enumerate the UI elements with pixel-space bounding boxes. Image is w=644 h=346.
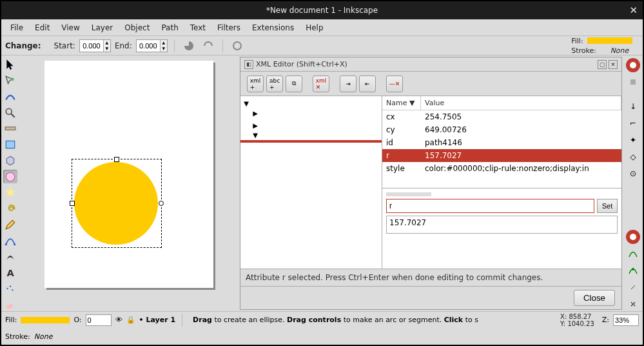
- down-icon[interactable]: ▼: [160, 46, 167, 52]
- handle-top[interactable]: [114, 157, 119, 162]
- attr-value-input[interactable]: [386, 216, 618, 234]
- up-icon[interactable]: ▲: [103, 40, 110, 46]
- iconify-button[interactable]: ▢: [598, 60, 607, 69]
- splitter[interactable]: [386, 192, 431, 196]
- arc-slice-button[interactable]: [181, 38, 197, 54]
- menu-text[interactable]: Text: [185, 21, 211, 35]
- xml-title: XML Editor (Shift+Ctrl+X): [256, 60, 347, 68]
- dock-icon[interactable]: [626, 230, 640, 244]
- attr-row[interactable]: stylecolor:#000000;clip-rule:nonzero;dis…: [382, 162, 621, 175]
- zoom-tool[interactable]: [3, 106, 17, 119]
- down-icon[interactable]: ▼: [103, 46, 110, 52]
- handle-right[interactable]: [159, 201, 164, 206]
- tweak-tool[interactable]: [3, 90, 17, 104]
- lock-icon[interactable]: 🔒: [126, 316, 135, 324]
- start-spinner[interactable]: ▲▼: [79, 39, 111, 52]
- svg-point-16: [630, 234, 636, 240]
- snap-intersect-icon[interactable]: ⤫: [626, 297, 640, 311]
- attr-row[interactable]: cy649.00726: [382, 123, 621, 136]
- svg-rect-13: [6, 303, 13, 309]
- close-icon[interactable]: ✕: [629, 5, 638, 16]
- calligraphy-tool[interactable]: [3, 250, 17, 263]
- menu-edit[interactable]: Edit: [30, 21, 55, 35]
- attr-name-input[interactable]: [386, 199, 594, 213]
- svg-point-1: [11, 78, 14, 81]
- zoom-input[interactable]: [613, 314, 639, 326]
- attr-row[interactable]: cx254.7505: [382, 110, 621, 123]
- sb-stroke-value[interactable]: None: [34, 332, 53, 341]
- menu-layer[interactable]: Layer: [86, 21, 118, 35]
- snap-icon[interactable]: ◇: [626, 150, 640, 164]
- measure-tool[interactable]: [3, 122, 17, 136]
- outdent-node-button[interactable]: ⇤: [359, 76, 376, 92]
- snap-path-icon[interactable]: [626, 247, 640, 261]
- menu-path[interactable]: Path: [156, 21, 183, 35]
- rect-tool[interactable]: [3, 138, 17, 152]
- canvas[interactable]: [19, 56, 239, 311]
- menu-object[interactable]: Object: [119, 21, 155, 35]
- selector-tool[interactable]: [3, 58, 17, 72]
- attr-row[interactable]: r157.7027: [382, 149, 621, 162]
- star-tool[interactable]: [3, 186, 17, 199]
- menu-view[interactable]: View: [56, 21, 84, 35]
- sb-fill-swatch[interactable]: [21, 317, 70, 323]
- arc-open-button[interactable]: [200, 38, 216, 54]
- bezier-tool[interactable]: [3, 234, 17, 247]
- snap-cusp-icon[interactable]: ⟋: [626, 280, 640, 294]
- col-value[interactable]: Value: [421, 96, 621, 110]
- ellipse-tool[interactable]: [3, 170, 17, 183]
- xml-tree-node[interactable]: ▶: [240, 108, 382, 118]
- svg-point-11: [10, 285, 11, 287]
- whole-ellipse-button[interactable]: [229, 38, 245, 54]
- stroke-label: Stroke:: [571, 46, 596, 55]
- stroke-value[interactable]: None: [600, 46, 639, 55]
- end-spinner[interactable]: ▲▼: [136, 39, 168, 52]
- layer-selector[interactable]: • Layer 1: [139, 316, 176, 324]
- menu-extensions[interactable]: Extensions: [247, 21, 299, 35]
- z-label: Z:: [602, 316, 609, 324]
- set-button[interactable]: Set: [597, 199, 618, 213]
- eraser-tool[interactable]: [3, 298, 17, 311]
- attr-list[interactable]: cx254.7505cy649.00726idpath4146r157.7027…: [382, 110, 621, 188]
- indent-node-button[interactable]: ⇥: [340, 76, 356, 92]
- pencil-tool[interactable]: [3, 218, 17, 232]
- new-element-node-button[interactable]: xml+: [247, 76, 264, 92]
- menu-file[interactable]: File: [5, 21, 28, 35]
- new-text-node-button[interactable]: abc+: [266, 76, 283, 92]
- delete-attr-button[interactable]: —✕: [386, 76, 403, 92]
- fill-swatch[interactable]: [587, 37, 632, 44]
- col-name[interactable]: Name ▼: [382, 96, 421, 110]
- box3d-tool[interactable]: [3, 154, 17, 168]
- opacity-input[interactable]: [86, 314, 112, 326]
- snap-icon[interactable]: ✦: [626, 133, 640, 147]
- delete-node-button[interactable]: xml✕: [313, 76, 329, 92]
- start-input[interactable]: [80, 40, 103, 52]
- snap-icon[interactable]: ↓: [626, 99, 640, 114]
- snap-icon[interactable]: ⊙: [626, 167, 640, 181]
- xml-tree[interactable]: ▼▶▶▼: [240, 96, 382, 269]
- node-tool[interactable]: [3, 74, 17, 88]
- menu-filters[interactable]: Filters: [212, 21, 246, 35]
- duplicate-node-button[interactable]: ⧉: [286, 76, 302, 92]
- eye-icon[interactable]: 👁: [115, 316, 122, 324]
- xml-tree-node[interactable]: ▼: [240, 99, 382, 108]
- xml-tree-node[interactable]: ▶: [240, 121, 382, 130]
- menu-help[interactable]: Help: [300, 21, 328, 35]
- xml-tree-node[interactable]: [240, 140, 382, 143]
- up-icon[interactable]: ▲: [160, 40, 167, 46]
- attr-header[interactable]: Name ▼ Value: [382, 96, 621, 110]
- svg-rect-5: [6, 141, 15, 148]
- snap-icon[interactable]: ⌐: [626, 116, 640, 130]
- spiral-tool[interactable]: [3, 202, 17, 216]
- xml-tree-node[interactable]: ▼: [240, 130, 382, 140]
- text-tool[interactable]: A: [3, 266, 17, 280]
- dock-icon[interactable]: [626, 75, 640, 89]
- close-panel-button[interactable]: ✕: [609, 60, 618, 69]
- close-button[interactable]: Close: [574, 290, 615, 306]
- handle-left[interactable]: [70, 201, 75, 206]
- attr-row[interactable]: idpath4146: [382, 136, 621, 149]
- snap-node-icon[interactable]: [626, 263, 640, 278]
- spray-tool[interactable]: [3, 282, 17, 296]
- dock-xml-icon[interactable]: [626, 58, 640, 72]
- end-input[interactable]: [137, 40, 160, 52]
